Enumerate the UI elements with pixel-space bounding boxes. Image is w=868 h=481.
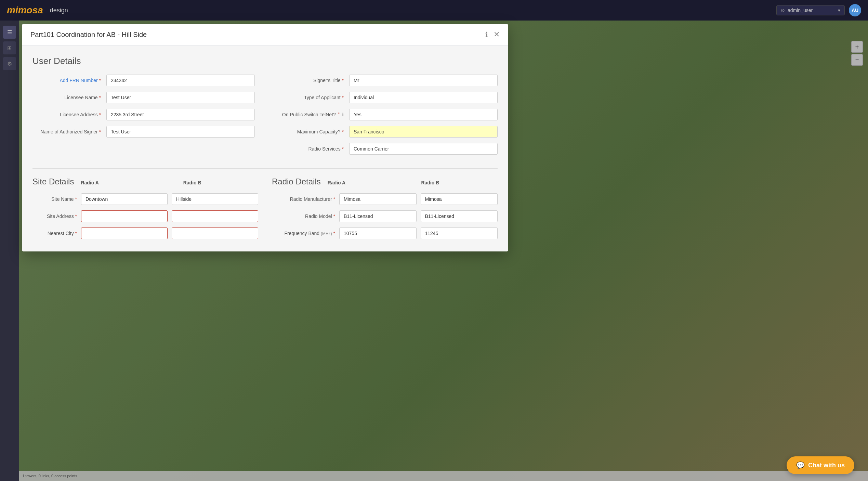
public-switch-input[interactable] xyxy=(349,109,498,120)
nearest-city-a-input[interactable] xyxy=(81,228,168,239)
radio-manufacturer-b-input[interactable] xyxy=(421,193,498,205)
site-name-row: Site Name xyxy=(32,193,258,205)
site-details-title: Site Details xyxy=(32,177,74,186)
signers-title-label: Signer's Title xyxy=(275,78,344,83)
licensee-name-row: Licensee Name xyxy=(32,92,255,103)
radio-model-inputs xyxy=(339,210,498,222)
sidebar-icon-settings[interactable]: ⚙ xyxy=(3,57,16,70)
type-applicant-label: Type of Applicant xyxy=(275,95,344,100)
signers-title-row: Signer's Title xyxy=(275,75,498,86)
frequency-band-label: Frequency Band (MHz) xyxy=(272,231,335,236)
site-radio-col-headers: Radio A Radio B xyxy=(81,180,258,185)
chat-icon: 💬 xyxy=(796,461,805,469)
licensee-address-label: Licensee Address xyxy=(32,112,101,117)
radio-details-b-header: Radio B xyxy=(421,180,498,185)
site-details-header: Site Details Radio A Radio B xyxy=(32,177,258,186)
avatar[interactable]: AU xyxy=(849,4,861,16)
site-address-row: Site Address xyxy=(32,210,258,222)
navbar: mimosa design ⊙ admin_user ▾ AU xyxy=(0,0,868,21)
public-switch-label: On Public Switch TelNet? xyxy=(282,112,336,117)
nav-design-label[interactable]: design xyxy=(50,7,68,14)
public-switch-info-icon[interactable]: ℹ xyxy=(342,112,344,117)
max-capacity-row: Maximum Capacity? xyxy=(275,126,498,138)
nearest-city-label: Nearest City xyxy=(32,231,77,236)
app-logo: mimosa xyxy=(7,5,43,16)
public-switch-row: On Public Switch TelNet? * ℹ xyxy=(275,109,498,120)
frequency-band-inputs xyxy=(339,228,498,239)
modal-title: Part101 Coordination for AB - Hill Side xyxy=(30,31,147,39)
nearest-city-b-input[interactable] xyxy=(172,228,258,239)
radio-services-row: Radio Services xyxy=(275,143,498,155)
signers-title-input[interactable] xyxy=(349,75,498,86)
radio-details-section: Radio Details Radio A Radio B Radio Manu… xyxy=(272,177,498,245)
modal-info-icon[interactable]: ℹ xyxy=(485,30,488,39)
radio-model-label: Radio Model xyxy=(272,213,335,219)
nearest-city-row: Nearest City xyxy=(32,228,258,239)
site-name-label: Site Name xyxy=(32,196,77,202)
authorized-signer-label: Name of Authorized Signer xyxy=(32,129,101,134)
max-capacity-input[interactable] xyxy=(349,126,498,138)
chat-label: Chat with us xyxy=(808,462,845,469)
radio-details-header: Radio Details Radio A Radio B xyxy=(272,177,498,186)
modal-header-actions: ℹ ✕ xyxy=(485,30,500,39)
site-details-section: Site Details Radio A Radio B Site Name xyxy=(32,177,258,245)
authorized-signer-row: Name of Authorized Signer xyxy=(32,126,255,138)
frequency-a-input[interactable] xyxy=(339,228,417,239)
modal-body: User Details Add FRN Number Licensee Nam… xyxy=(22,46,508,251)
bottom-sections: Site Details Radio A Radio B Site Name xyxy=(32,177,498,245)
sidebar-icon-layers[interactable]: ☰ xyxy=(3,26,16,39)
sidebar-icon-pages[interactable]: ⊞ xyxy=(3,41,16,54)
radio-details-a-header: Radio A xyxy=(328,180,404,185)
radio-manufacturer-row: Radio Manufacturer xyxy=(272,193,498,205)
username-label: admin_user xyxy=(788,8,813,13)
frn-row: Add FRN Number xyxy=(32,75,255,86)
nearest-city-inputs xyxy=(81,228,258,239)
licensee-address-row: Licensee Address xyxy=(32,109,255,120)
radio-manufacturer-label: Radio Manufacturer xyxy=(272,196,335,202)
radio-manufacturer-inputs xyxy=(339,193,498,205)
site-name-inputs xyxy=(81,193,258,205)
user-details-grid: Add FRN Number Licensee Name Licensee Ad… xyxy=(32,75,498,160)
max-capacity-label: Maximum Capacity? xyxy=(275,129,344,134)
modal-dialog: Part101 Coordination for AB - Hill Side … xyxy=(22,24,508,251)
user-details-left: Add FRN Number Licensee Name Licensee Ad… xyxy=(32,75,255,160)
modal-overlay: Part101 Coordination for AB - Hill Side … xyxy=(19,21,868,481)
radio-model-row: Radio Model xyxy=(272,210,498,222)
radio-manufacturer-a-input[interactable] xyxy=(339,193,417,205)
type-applicant-input[interactable] xyxy=(349,92,498,103)
radio-services-label: Radio Services xyxy=(275,146,344,152)
user-dropdown[interactable]: ⊙ admin_user ▾ xyxy=(776,5,845,15)
site-address-label: Site Address xyxy=(32,213,77,219)
left-sidebar: ☰ ⊞ ⚙ xyxy=(0,21,19,481)
frequency-b-input[interactable] xyxy=(421,228,498,239)
site-name-a-input[interactable] xyxy=(81,193,168,205)
user-details-right: Signer's Title Type of Applicant On Publ… xyxy=(275,75,498,160)
modal-close-button[interactable]: ✕ xyxy=(494,30,500,39)
site-radio-a-header: Radio A xyxy=(81,180,156,185)
site-address-b-input[interactable] xyxy=(172,210,258,222)
chat-button[interactable]: 💬 Chat with us xyxy=(787,456,854,474)
frn-label[interactable]: Add FRN Number xyxy=(32,78,101,83)
frequency-band-row: Frequency Band (MHz) xyxy=(272,228,498,239)
radio-services-input[interactable] xyxy=(349,143,498,155)
licensee-name-input[interactable] xyxy=(106,92,255,103)
site-address-inputs xyxy=(81,210,258,222)
radio-model-b-input[interactable] xyxy=(421,210,498,222)
site-address-a-input[interactable] xyxy=(81,210,168,222)
modal-header: Part101 Coordination for AB - Hill Side … xyxy=(22,24,508,46)
licensee-name-label: Licensee Name xyxy=(32,95,101,100)
public-switch-label-group: On Public Switch TelNet? * ℹ xyxy=(275,112,344,118)
authorized-signer-input[interactable] xyxy=(106,126,255,138)
section-divider xyxy=(32,168,498,169)
site-name-b-input[interactable] xyxy=(172,193,258,205)
user-details-heading: User Details xyxy=(32,56,498,66)
site-details-form: Site Name Site Address xyxy=(32,193,258,239)
frn-input[interactable] xyxy=(106,75,255,86)
type-applicant-row: Type of Applicant xyxy=(275,92,498,103)
radio-details-title: Radio Details xyxy=(272,177,321,186)
navbar-user-area: ⊙ admin_user ▾ AU xyxy=(776,4,861,16)
radio-model-a-input[interactable] xyxy=(339,210,417,222)
licensee-address-input[interactable] xyxy=(106,109,255,120)
radio-col-headers: Radio A Radio B xyxy=(328,180,498,185)
site-radio-b-header: Radio B xyxy=(183,180,258,185)
